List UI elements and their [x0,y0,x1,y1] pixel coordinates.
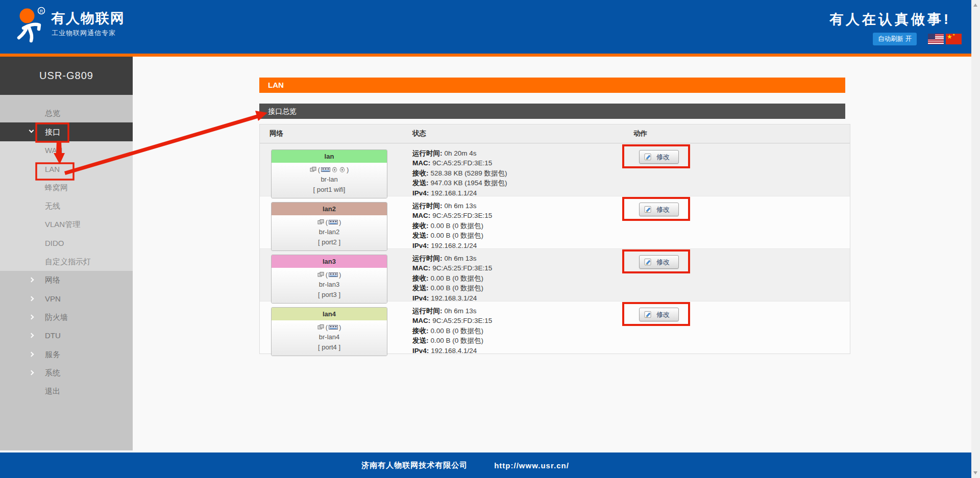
uptime-value: 0h 6m 13s [445,255,477,262]
port-list: [ port3 ] [272,290,387,300]
interface-row-lan3: lan3 ( ) br-lan3 [ port3 ] 运行时间:0h 6m 1 [260,248,850,301]
table-header-row: 网络 状态 动作 [260,124,850,143]
sidebar-item-network[interactable]: 网络 [0,271,133,289]
bridge-icon [329,219,338,225]
scrollbar-down-arrow-icon[interactable] [973,471,977,474]
edit-pencil-icon [644,206,652,213]
top-header: R 有人物联网 工业物联网通信专家 有人在认真做事! 自动刷新 开 ★★ [0,0,980,54]
port-list: [ port2 ] [272,237,387,247]
rx-value: 0.00 B (0 数据包) [431,327,484,335]
main-content: LAN 接口总览 网络 状态 动作 lan ( [133,57,971,452]
edit-button-lan2[interactable]: 修改 [639,203,679,216]
ethernet-icon [310,167,317,172]
tx-value: 947.03 KB (1954 数据包) [431,179,507,187]
auto-refresh-toggle[interactable]: 自动刷新 开 [873,33,917,45]
uptime-value: 0h 6m 13s [445,307,477,315]
sidebar-item-system[interactable]: 系统 [0,364,133,382]
section-title: 接口总览 [259,104,845,119]
ipv4-value: 192.168.1.1/24 [431,189,477,197]
ipv4-value: 192.168.3.1/24 [431,294,477,302]
sidebar-item-logout[interactable]: 退出 [0,382,133,400]
tx-value: 0.00 B (0 数据包) [431,284,484,292]
chevron-right-icon [29,351,34,357]
sidebar-item-dido[interactable]: DIDO [0,234,133,253]
uptime-value: 0h 20m 4s [445,149,477,157]
sidebar-item-cellular[interactable]: 蜂窝网 [0,179,133,197]
device-name: USR-G809 [0,57,133,95]
ipv4-value: 192.168.4.1/24 [431,347,477,355]
network-badge-lan3: lan3 ( ) br-lan3 [ port3 ] [271,255,387,304]
network-badge-lan2: lan2 ( ) br-lan2 [ port2 ] [271,202,387,251]
tx-value: 0.00 B (0 数据包) [431,232,484,239]
page-footer: 济南有人物联网技术有限公司 http://www.usr.cn/ [0,452,971,478]
sidebar-item-vlan[interactable]: VLAN管理 [0,215,133,234]
header-slogan: 有人在认真做事! [829,10,951,29]
us-flag-canton [928,34,935,39]
bridge-name: br-lan3 [272,280,387,290]
bridge-icon [321,167,330,172]
orange-divider [0,54,980,57]
footer-company: 济南有人物联网技术有限公司 [361,461,468,470]
bridge-name: br-lan2 [272,227,387,237]
sidebar-nav: USR-G809 总览 接口 WAN LAN 蜂窝网 无线 VLAN管理 DID… [0,57,133,450]
sidebar-item-interfaces[interactable]: 接口 [0,122,133,141]
rx-value: 0.00 B (0 数据包) [431,274,484,282]
sidebar-item-firewall[interactable]: 防火墙 [0,308,133,326]
bridge-icon [329,272,338,278]
ethernet-icon [317,219,325,225]
rx-value: 528.38 KB (5289 数据包) [431,169,507,177]
ethernet-icon [317,272,325,278]
bridge-name: br-lan4 [272,332,387,342]
column-header-status: 状态 [404,129,626,138]
us-flag-language-button[interactable] [928,34,944,44]
interface-row-lan: lan ( ) br-lan [ port1 wifi] [260,143,850,196]
brand-title: 有人物联网 [51,9,125,28]
footer-url-link[interactable]: http://www.usr.cn/ [494,461,569,470]
bridge-icon [329,324,338,330]
tx-value: 0.00 B (0 数据包) [431,337,484,344]
sidebar-item-overview[interactable]: 总览 [0,104,133,122]
sidebar-section-bottom: 网络 VPN 防火墙 DTU 服务 系统 退出 [0,271,133,450]
chevron-right-icon [29,370,34,375]
sidebar-item-wireless[interactable]: 无线 [0,197,133,215]
sidebar-item-dtu[interactable]: DTU [0,326,133,345]
logo-leg-right [29,28,32,41]
bridge-name: br-lan [272,174,387,185]
chevron-right-icon [29,278,34,283]
status-cell: 运行时间:0h 6m 13s MAC:9C:A5:25:FD:3E:15 接收:… [404,301,626,354]
column-header-action: 动作 [626,129,850,138]
chevron-right-icon [29,333,34,338]
sidebar-item-services[interactable]: 服务 [0,345,133,364]
edit-pencil-icon [644,258,652,266]
ethernet-icon [317,324,325,330]
edit-button-lan[interactable]: 修改 [639,150,679,164]
status-cell: 运行时间:0h 6m 13s MAC:9C:A5:25:FD:3E:15 接收:… [404,249,626,301]
port-list: [ port4 ] [272,342,387,353]
sidebar-item-custom-led[interactable]: 自定义指示灯 [0,253,133,271]
network-badge-lan: lan ( ) br-lan [ port1 wifi] [271,149,387,198]
ipv4-value: 192.168.2.1/24 [431,242,477,249]
status-cell: 运行时间:0h 6m 13s MAC:9C:A5:25:FD:3E:15 接收:… [404,196,626,248]
sidebar-section-interfaces-sub: WAN LAN 蜂窝网 无线 VLAN管理 DIDO 自定义指示灯 [0,141,133,271]
edit-button-lan3[interactable]: 修改 [639,255,679,269]
network-badge-lan4: lan4 ( ) br-lan4 [ port4 ] [271,307,387,356]
mac-value: 9C:A5:25:FD:3E:15 [432,212,492,219]
page-title: LAN [259,78,845,93]
sidebar-item-lan[interactable]: LAN [0,160,133,179]
brand-subtitle: 工业物联网通信专家 [52,29,116,38]
mac-value: 9C:A5:25:FD:3E:15 [432,264,492,272]
mac-value: 9C:A5:25:FD:3E:15 [432,317,492,324]
sidebar-item-wan[interactable]: WAN [0,141,133,160]
edit-pencil-icon [644,311,652,318]
rx-value: 0.00 B (0 数据包) [431,222,484,230]
cn-flag-language-button[interactable]: ★★ [946,34,962,44]
sidebar-section-top: 总览 [0,95,133,122]
vertical-scrollbar[interactable] [971,0,980,478]
sidebar-item-vpn[interactable]: VPN [0,290,133,308]
chevron-right-icon [29,315,34,320]
scrollbar-up-arrow-icon[interactable] [973,4,977,7]
header-controls: 自动刷新 开 ★★ [873,33,962,45]
edit-button-lan4[interactable]: 修改 [639,308,679,321]
chevron-right-icon [29,296,34,301]
uptime-value: 0h 6m 13s [445,202,477,210]
